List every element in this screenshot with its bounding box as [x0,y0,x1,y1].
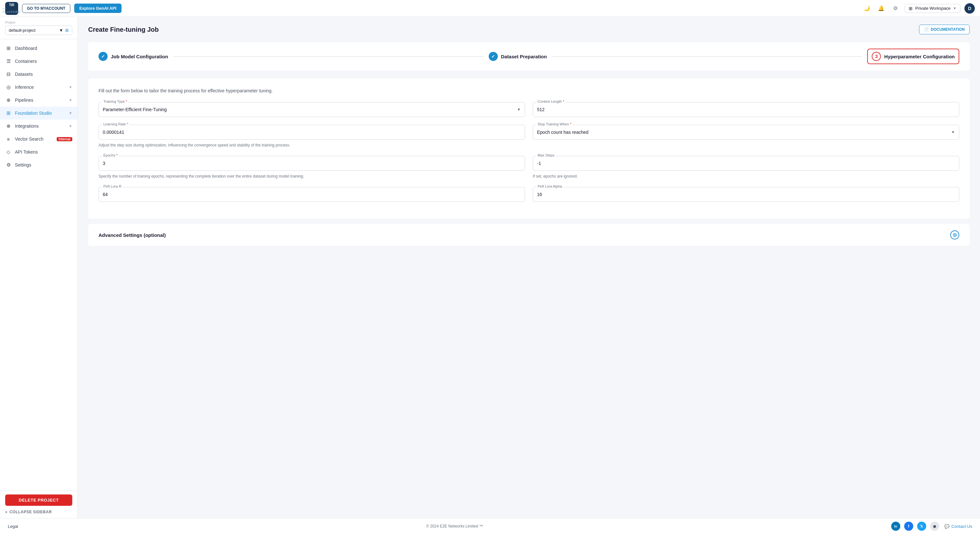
max-steps-label: Max Steps [536,153,556,157]
sidebar-item-integrations[interactable]: ⊗ Integrations ▼ [0,119,78,132]
peft-lora-r-field: Peft Lora R [99,187,525,202]
project-selector: Project default-project ▼ ⊞ [0,17,78,39]
peft-lora-alpha-group: Peft Lora Alpha [533,187,959,202]
max-steps-hint: If set, epochs are ignored. [533,173,959,179]
epochs-group: Epochs Specify the number of training ep… [99,156,525,179]
contact-us-link[interactable]: 💬 Contact Us [944,524,972,529]
max-steps-field: Max Steps [533,156,959,171]
go-to-myaccount-button[interactable]: GO TO MYACCOUNT [22,4,70,13]
max-steps-input[interactable] [533,156,959,170]
expand-advanced-icon[interactable]: ⊕ [950,230,959,240]
logo-text: TIR [3,3,21,7]
learning-rate-input[interactable] [99,125,525,139]
advanced-settings-panel[interactable]: Advanced Settings (optional) ⊕ [88,224,970,246]
context-length-input[interactable] [533,102,959,117]
stop-training-group: Stop Training When Epoch count has reach… [533,125,959,148]
footer-social: in f 𝕏 ◉ [891,522,939,531]
collapse-sidebar-button[interactable]: « COLLAPSE SIDEBAR [5,510,72,514]
rss-icon[interactable]: ◉ [930,522,939,531]
step-3-label: Hyperparameter Configuration [884,54,955,59]
footer: Legal © 2024 E2E Networks Limited ™ in f… [0,518,980,534]
document-icon: 📄 [924,27,929,32]
step-3-icon: 3 [872,52,881,61]
workspace-label: Private Workspace [915,6,950,11]
sidebar-item-containers[interactable]: ☰ Containers [0,55,78,68]
peft-lora-alpha-label: Peft Lora Alpha [536,184,563,188]
sidebar-item-label: Settings [15,162,72,167]
step-divider-2 [552,56,862,57]
twitter-icon[interactable]: 𝕏 [917,522,926,531]
context-length-field: Context Length [533,102,959,117]
collapse-sidebar-label: COLLAPSE SIDEBAR [10,510,52,514]
sidebar-item-vector-search[interactable]: ≡ Vector Search Internal [0,132,78,146]
learning-rate-group: Learning Rate Adjust the step size durin… [99,125,525,148]
sidebar-item-dashboard[interactable]: ⊞ Dashboard [0,42,78,55]
peft-lora-r-label: Peft Lora R [102,184,123,188]
chevron-down-icon: ▼ [953,6,956,10]
chevron-down-icon: ▼ [69,85,72,89]
top-bar-right: 🌙 🔔 ⚙ ⊞ Private Workspace ▼ D [862,3,975,14]
sidebar-item-pipelines[interactable]: ⊕ Pipelines ▼ [0,94,78,106]
step-divider-1 [173,56,484,57]
sidebar-item-api-tokens[interactable]: ◇ API Tokens [0,146,78,159]
top-bar: TIR AI PLATFORM GO TO MYACCOUNT Explore … [0,0,980,17]
peft-lora-r-group: Peft Lora R [99,187,525,202]
sidebar-item-label: Inference [15,84,65,90]
legal-link[interactable]: Legal [8,524,18,529]
contact-label: Contact Us [951,524,972,529]
copyright-text: © 2024 E2E Networks Limited ™ [426,524,483,529]
sidebar-item-label: Dashboard [15,46,72,51]
documentation-button[interactable]: 📄 DOCUMENTATION [919,25,970,34]
step-1-label: Job Model Configuration [111,54,168,59]
step-3: 3 Hyperparameter Configuration [867,49,959,64]
page-title: Create Fine-tuning Job [88,26,159,33]
footer-copyright: © 2024 E2E Networks Limited ™ [18,524,891,529]
workspace-button[interactable]: ⊞ Private Workspace ▼ [905,4,961,13]
logo-box: TIR AI PLATFORM [5,2,18,15]
settings-icon: ⚙ [5,162,12,168]
add-project-icon[interactable]: ⊞ [65,28,69,33]
epochs-input[interactable] [99,156,525,170]
form-row-2: Learning Rate Adjust the step size durin… [99,125,959,148]
sidebar-item-datasets[interactable]: ⊟ Datasets [0,68,78,81]
sidebar-item-inference[interactable]: ◎ Inference ▼ [0,81,78,94]
facebook-icon[interactable]: f [904,522,913,531]
avatar[interactable]: D [964,3,975,14]
pipelines-icon: ⊕ [5,97,12,103]
app-layout: TIR AI PLATFORM GO TO MYACCOUNT Explore … [0,0,980,534]
sidebar-item-foundation-studio[interactable]: ⊞ Foundation Studio ▼ [0,106,78,119]
content-area: Create Fine-tuning Job 📄 DOCUMENTATION ✓… [78,17,980,518]
linkedin-icon[interactable]: in [891,522,900,531]
stop-training-select[interactable]: Epoch count has reached Loss threshold r… [533,125,959,139]
notifications-icon[interactable]: 🔔 [876,3,886,14]
training-type-group: Training Type Parameter-Efficient Fine-T… [99,102,525,117]
main-layout: Project default-project ▼ ⊞ ⊞ Dashboard … [0,17,980,518]
peft-lora-alpha-input[interactable] [533,187,959,202]
documentation-label: DOCUMENTATION [931,27,965,32]
form-row-4: Peft Lora R Peft Lora Alpha [99,187,959,202]
step-2: ✓ Dataset Preparation [489,52,547,61]
dark-mode-icon[interactable]: 🌙 [862,3,872,14]
settings-icon[interactable]: ⚙ [890,3,900,14]
internal-badge: Internal [57,137,72,141]
form-description: Fill out the form below to tailor the tr… [99,87,959,94]
chevron-down-icon: ▼ [59,28,63,33]
context-length-group: Context Length [533,102,959,117]
project-select-dropdown[interactable]: default-project ▼ ⊞ [5,25,72,35]
context-length-label: Context Length [536,100,565,103]
stop-training-label: Stop Training When [536,122,573,126]
delete-project-button[interactable]: DELETE PROJECT [5,494,72,506]
dashboard-icon: ⊞ [5,45,12,51]
sidebar-item-settings[interactable]: ⚙ Settings [0,159,78,172]
peft-lora-r-input[interactable] [99,187,525,202]
epochs-field: Epochs [99,156,525,171]
explore-genai-button[interactable]: Explore GenAI API [74,3,121,13]
sidebar-item-label: Containers [15,59,72,64]
training-type-field: Training Type Parameter-Efficient Fine-T… [99,102,525,117]
training-type-select[interactable]: Parameter-Efficient Fine-Tuning Full Fin… [99,102,525,117]
logo-subtitle: AI PLATFORM [3,7,21,14]
max-steps-group: Max Steps If set, epochs are ignored. [533,156,959,179]
vector-search-icon: ≡ [5,136,12,142]
learning-rate-label: Learning Rate [102,122,129,126]
chevron-left-icon: « [5,510,8,514]
